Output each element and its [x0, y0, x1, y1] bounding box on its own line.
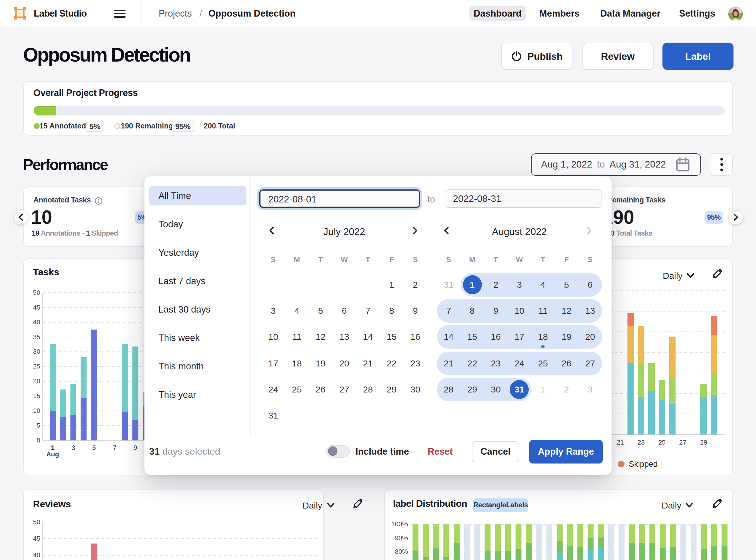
svg-text:3: 3: [72, 444, 75, 452]
svg-text:50: 50: [33, 518, 40, 526]
svg-text:45: 45: [33, 304, 40, 311]
svg-text:35: 35: [33, 333, 40, 341]
svg-text:10: 10: [33, 407, 40, 414]
svg-text:25: 25: [33, 363, 40, 370]
svg-text:27: 27: [679, 439, 686, 446]
svg-text:Aug: Aug: [46, 451, 59, 458]
svg-text:80%: 80%: [395, 548, 407, 555]
svg-text:7: 7: [113, 444, 116, 452]
svg-text:25: 25: [658, 439, 665, 446]
svg-text:30: 30: [33, 348, 40, 355]
svg-text:5: 5: [37, 422, 40, 429]
svg-text:50: 50: [33, 289, 40, 296]
svg-text:23: 23: [637, 439, 644, 446]
svg-text:21: 21: [616, 439, 623, 446]
svg-text:9: 9: [134, 444, 137, 452]
svg-text:100%: 100%: [391, 520, 407, 528]
svg-text:40: 40: [33, 319, 40, 326]
svg-text:45: 45: [33, 535, 40, 542]
svg-text:29: 29: [700, 439, 707, 446]
svg-text:15: 15: [33, 392, 40, 400]
svg-text:20: 20: [33, 377, 40, 385]
svg-text:Skipped: Skipped: [629, 460, 657, 468]
svg-text:0: 0: [37, 437, 40, 444]
svg-text:90%: 90%: [395, 534, 407, 542]
svg-text:5: 5: [92, 444, 96, 452]
svg-text:40: 40: [33, 552, 40, 559]
